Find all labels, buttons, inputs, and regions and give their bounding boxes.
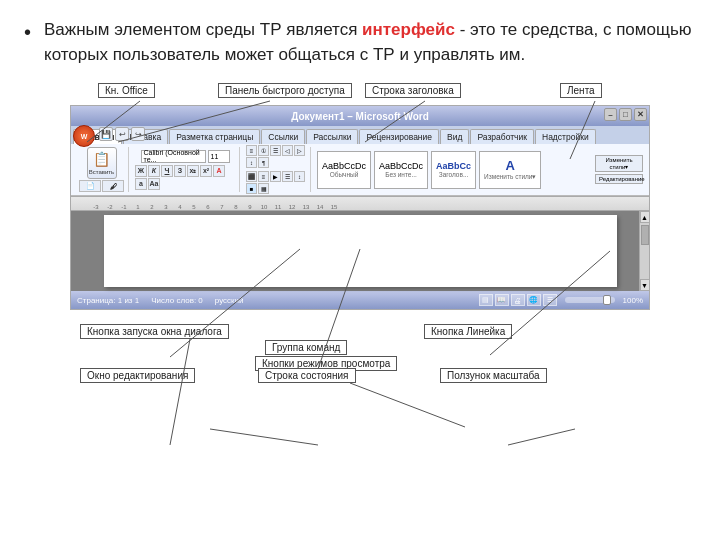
label-kn-office: Кн. Office <box>98 83 155 98</box>
color-btn[interactable]: А <box>213 165 225 177</box>
label-cmd-group: Группа команд <box>265 340 347 355</box>
paragraph-section: ≡ ① ☰ ◁ ▷ ↕ ¶ ⬛ ≡ ▶ ☰ <box>242 147 311 192</box>
align-center-btn[interactable]: ≡ <box>258 171 269 182</box>
top-labels: Кн. Office Панель быстрого доступа Строк… <box>70 79 650 105</box>
ruler-5: 5 <box>187 204 201 210</box>
ruler-10: 10 <box>257 204 271 210</box>
ruler-4: 4 <box>173 204 187 210</box>
view-web-btn[interactable]: 🌐 <box>527 294 541 306</box>
scrollbar-right[interactable]: ▲ ▼ <box>639 211 649 291</box>
justify-btn[interactable]: ☰ <box>282 171 293 182</box>
view-outline-btn[interactable]: ☰ <box>543 294 557 306</box>
label-dialog-btn: Кнопка запуска окна диалога <box>80 324 229 339</box>
ruler-n1: -1 <box>117 204 131 210</box>
ruler-3: 3 <box>159 204 173 210</box>
copy-btn[interactable]: 📄 <box>79 180 101 192</box>
ruler-7: 7 <box>215 204 229 210</box>
bold-button[interactable]: Ж <box>135 165 147 177</box>
status-right: ▤ 📖 🖨 🌐 ☰ 100% <box>479 294 643 306</box>
strikethrough-button[interactable]: З <box>174 165 186 177</box>
superscript-button[interactable]: х² <box>200 165 212 177</box>
underline-button[interactable]: Ч <box>161 165 173 177</box>
tab-vid[interactable]: Вид <box>440 129 469 144</box>
para-buttons: ≡ ① ☰ ◁ ▷ ↕ ¶ <box>246 145 306 168</box>
undo-quick-btn[interactable]: ↩ <box>115 127 129 141</box>
ruler-6: 6 <box>201 204 215 210</box>
shading-btn[interactable]: ■ <box>246 183 257 194</box>
zoom-percent: 100% <box>623 296 643 305</box>
style-change[interactable]: A Изменить стили▾ <box>479 151 541 189</box>
ruler-marks: -3 -2 -1 1 2 3 4 5 6 7 8 9 10 11 12 13 1 <box>71 197 649 210</box>
scroll-thumb[interactable] <box>641 225 649 245</box>
align-right-btn[interactable]: ▶ <box>270 171 281 182</box>
marks-btn[interactable]: ¶ <box>258 157 269 168</box>
paste-section: 📋 Вставить 📄 🖌 <box>75 147 129 192</box>
font-section: Calibri (Основной те... 11 Ж К Ч З х₂ <box>131 147 240 192</box>
editing-section: Изменить стили▾ Редактирование <box>593 147 645 192</box>
tab-ssylki[interactable]: Ссылки <box>261 129 305 144</box>
view-read-btn[interactable]: 📖 <box>495 294 509 306</box>
increase-indent-btn[interactable]: ▷ <box>294 145 305 156</box>
status-page: Страница: 1 из 1 <box>77 296 139 305</box>
zoom-slider[interactable] <box>565 297 615 303</box>
ribbon: Главная Вставка Разметка страницы Ссылки… <box>71 126 649 197</box>
italic-button[interactable]: К <box>148 165 160 177</box>
decrease-indent-btn[interactable]: ◁ <box>282 145 293 156</box>
ruler-9: 9 <box>243 204 257 210</box>
line-spacing-btn[interactable]: ↕ <box>294 171 305 182</box>
scroll-down-arrow[interactable]: ▼ <box>640 279 650 291</box>
edit-styles-btn[interactable]: Изменить стили▾ <box>595 155 643 172</box>
borders-btn[interactable]: ▦ <box>258 183 269 194</box>
status-bar: Страница: 1 из 1 Число слов: 0 русский ▤… <box>71 291 649 309</box>
title-bar: Документ1 – Microsoft Word – □ ✕ <box>71 106 649 126</box>
style-no-spacing[interactable]: AaBbCcDc Без инте... <box>374 151 428 189</box>
highlight-btn[interactable]: а <box>135 178 147 190</box>
numbering-btn[interactable]: ① <box>258 145 269 156</box>
close-button[interactable]: ✕ <box>634 108 647 121</box>
style-normal[interactable]: AaBbCcDc Обычный <box>317 151 371 189</box>
format-copy-btn[interactable]: 🖌 <box>102 180 124 192</box>
tab-addins[interactable]: Надстройки <box>535 129 596 144</box>
align-left-btn[interactable]: ⬛ <box>246 171 257 182</box>
view-print-btn[interactable]: 🖨 <box>511 294 525 306</box>
redo-quick-btn[interactable]: ↪ <box>131 127 145 141</box>
label-title-bar: Строка заголовка <box>365 83 461 98</box>
align-buttons: ⬛ ≡ ▶ ☰ ↕ ■ ▦ <box>246 171 306 194</box>
zoom-thumb[interactable] <box>603 295 611 305</box>
label-status-bar: Строка состояния <box>258 368 356 383</box>
svg-line-10 <box>508 429 575 445</box>
minimize-button[interactable]: – <box>604 108 617 121</box>
label-panel-fast: Панель быстрого доступа <box>218 83 352 98</box>
ruler: -3 -2 -1 1 2 3 4 5 6 7 8 9 10 11 12 13 1 <box>71 197 649 211</box>
tab-developer[interactable]: Разработчик <box>470 129 534 144</box>
ruler-2: 2 <box>145 204 159 210</box>
sort-btn[interactable]: ↕ <box>246 157 257 168</box>
font-name-box[interactable]: Calibri (Основной те... <box>141 150 206 163</box>
scroll-up-arrow[interactable]: ▲ <box>640 211 650 223</box>
maximize-button[interactable]: □ <box>619 108 632 121</box>
ruler-12: 12 <box>285 204 299 210</box>
label-ribbon: Лента <box>560 83 602 98</box>
tab-razmetka[interactable]: Разметка страницы <box>169 129 260 144</box>
paste-icon: 📋 <box>93 151 110 167</box>
multilevel-btn[interactable]: ☰ <box>270 145 281 156</box>
save-quick-btn[interactable]: 💾 <box>99 127 113 141</box>
bullets-btn[interactable]: ≡ <box>246 145 257 156</box>
tab-rassylki[interactable]: Рассылки <box>306 129 358 144</box>
paste-button[interactable]: 📋 Вставить <box>87 147 117 179</box>
label-ruler-btn: Кнопка Линейка <box>424 324 512 339</box>
paste-label: Вставить <box>89 169 114 175</box>
font-size-text: 11 <box>211 153 219 160</box>
subscript-button[interactable]: х₂ <box>187 165 199 177</box>
tab-review[interactable]: Рецензирование <box>359 129 439 144</box>
styles-section: AaBbCcDc Обычный AaBbCcDc Без инте... Aa… <box>313 147 591 192</box>
document-area[interactable] <box>71 211 649 291</box>
clear-format-btn[interactable]: Аа <box>148 178 160 190</box>
word-window: Документ1 – Microsoft Word – □ ✕ W 💾 ↩ ↪ <box>70 105 650 310</box>
font-size-box[interactable]: 11 <box>208 150 230 163</box>
editing-btn[interactable]: Редактирование <box>595 174 643 184</box>
style-heading1[interactable]: AaBbCc Заголов... <box>431 151 476 189</box>
view-normal-btn[interactable]: ▤ <box>479 294 493 306</box>
intro-text-before: Важным элементом среды ТР является <box>44 20 362 39</box>
ruler-11: 11 <box>271 204 285 210</box>
